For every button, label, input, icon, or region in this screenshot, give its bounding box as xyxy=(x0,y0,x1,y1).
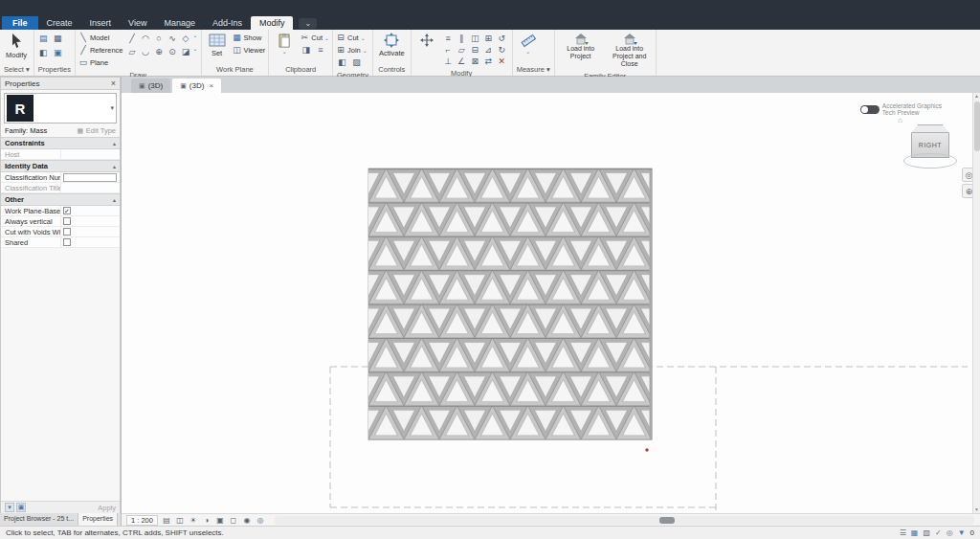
scroll-down-icon[interactable]: ▼ xyxy=(974,506,979,513)
measure-angle-icon[interactable]: ⇄ xyxy=(482,55,495,67)
model-view[interactable] xyxy=(122,93,972,513)
tab-file[interactable]: File xyxy=(2,16,38,30)
delete-icon[interactable]: ✕ xyxy=(496,55,508,67)
draw-arc-icon[interactable]: ◠ xyxy=(140,32,152,44)
draw-spline-icon[interactable]: ∿ xyxy=(167,32,179,44)
properties-help-icon[interactable]: ▾ xyxy=(5,503,14,512)
tab-create[interactable]: Create xyxy=(38,16,81,30)
panel-label-work-plane[interactable]: Work Plane xyxy=(202,64,269,76)
load-into-project-and-close-button[interactable]: Load into Project and Close xyxy=(607,32,653,69)
group-identity-data[interactable]: Identity Data▴ xyxy=(1,160,120,172)
cut-geometry-button[interactable]: ⊟Cut⌄ xyxy=(336,32,368,43)
reveal-hidden-icon[interactable]: ◎ xyxy=(255,515,266,526)
tab-add-ins[interactable]: Add-Ins xyxy=(204,16,251,30)
checkbox-shared[interactable] xyxy=(63,238,71,246)
filter-icon[interactable]: ▼ xyxy=(958,528,966,537)
temporary-hide-icon[interactable]: ◉ xyxy=(241,515,253,526)
reference-point[interactable] xyxy=(645,448,648,451)
editable-only-icon[interactable]: ✓ xyxy=(935,528,942,537)
accelerated-graphics-toggle[interactable] xyxy=(860,105,880,114)
visual-style-icon[interactable]: ◫ xyxy=(174,515,186,526)
draw-mode-model[interactable]: ╲Model xyxy=(78,32,123,43)
panel-label-clipboard[interactable]: Clipboard xyxy=(269,64,332,76)
pin-icon[interactable]: ⊥ xyxy=(442,55,455,67)
type-selector[interactable]: R ▾ xyxy=(4,93,117,124)
draw-mode-plane[interactable]: ▭Plane xyxy=(78,56,123,68)
panel-label-select[interactable]: Select ▾ xyxy=(0,64,33,76)
checkbox-cut-with-voids[interactable] xyxy=(63,228,71,236)
edit-type-button[interactable]: ▦Edit Type xyxy=(77,126,116,135)
draw-pick-line-icon[interactable]: ⊙ xyxy=(167,45,179,57)
paint-icon[interactable]: ◧ xyxy=(336,56,348,69)
shadows-icon[interactable]: ◑ xyxy=(201,515,212,526)
tab-project-browser[interactable]: Project Browser - 25 t... xyxy=(0,513,78,526)
viewcube-top-face[interactable] xyxy=(911,124,949,133)
join-geometry-button[interactable]: ⊞Join⌄ xyxy=(336,44,368,56)
view-tab-3d-inactive[interactable]: ▣ (3D) xyxy=(131,79,170,93)
associate-parameter-icon[interactable]: ▣ xyxy=(16,503,26,512)
draw-polygon-icon[interactable]: ◇ xyxy=(180,32,192,44)
demolish-icon[interactable]: ▨ xyxy=(350,56,363,69)
group-constraints[interactable]: Constraints▴ xyxy=(1,137,120,149)
apply-button[interactable]: Apply xyxy=(98,504,116,512)
drawing-area[interactable]: Accelerated Graphics Tech Preview ⌂ RIGH… xyxy=(122,93,980,513)
family-types-icon[interactable]: ▦ xyxy=(52,32,64,44)
draw-line-icon[interactable]: ╱ xyxy=(126,32,139,44)
cut-button[interactable]: ✂Cut⌄ xyxy=(300,32,329,43)
properties-palette-icon[interactable]: ▤ xyxy=(37,32,50,44)
type-properties-icon[interactable]: ▣ xyxy=(52,46,64,58)
tab-manage[interactable]: Manage xyxy=(155,16,204,30)
unpin-icon[interactable]: ∠ xyxy=(456,55,468,67)
viewer-button[interactable]: ◫Viewer xyxy=(233,44,266,56)
vertical-scroll-thumb[interactable] xyxy=(974,101,980,151)
draw-row2-dropdown-icon[interactable]: ⌄ xyxy=(193,45,198,57)
view-tab-3d-active[interactable]: ▣ (3D) × xyxy=(172,79,221,93)
draw-ellipse-arc-icon[interactable]: ◡ xyxy=(140,45,152,57)
scale-selector[interactable]: 1 : 200 xyxy=(126,515,158,526)
draw-rectangle-icon[interactable]: ▱ xyxy=(126,45,139,57)
crop-view-icon[interactable]: ▣ xyxy=(214,515,226,526)
draw-mode-reference[interactable]: ╱Reference xyxy=(78,44,123,56)
tab-view[interactable]: View xyxy=(120,16,155,30)
panel-label-controls[interactable]: Controls xyxy=(373,64,411,76)
draw-row1-dropdown-icon[interactable]: ⌄ xyxy=(193,32,198,44)
viewcube-home-icon[interactable]: ⌂ xyxy=(898,116,959,124)
checkbox-work-plane-based[interactable]: ✓ xyxy=(63,207,71,214)
worksets-icon[interactable]: ▦ xyxy=(911,528,919,537)
ribbon-collapse-chevron-icon[interactable]: ⌄ xyxy=(299,18,317,29)
measure-button[interactable]: ⌄ xyxy=(516,32,541,56)
checkbox-always-vertical[interactable] xyxy=(63,217,71,225)
properties-close-icon[interactable]: × xyxy=(111,79,116,88)
modify-tool-button[interactable]: Modify xyxy=(3,32,30,60)
set-work-plane-button[interactable]: Set xyxy=(205,32,230,58)
draw-circle-icon[interactable]: ○ xyxy=(153,32,166,44)
horizontal-scroll-thumb[interactable] xyxy=(659,517,675,524)
join-cut-icon[interactable]: ⊠ xyxy=(469,55,481,67)
group-other[interactable]: Other▴ xyxy=(1,193,120,206)
detail-level-icon[interactable]: ▤ xyxy=(161,515,172,526)
sun-path-icon[interactable]: ☀ xyxy=(188,515,199,526)
tab-modify[interactable]: Modify xyxy=(251,16,294,30)
panel-label-properties[interactable]: Properties xyxy=(34,64,75,76)
show-work-plane-button[interactable]: ▦Show xyxy=(233,32,266,43)
view-tab-close-icon[interactable]: × xyxy=(209,81,213,90)
viewcube[interactable]: ⌂ RIGHT xyxy=(902,116,959,168)
tab-insert[interactable]: Insert xyxy=(81,16,121,30)
lattice-panel-geometry[interactable] xyxy=(368,168,653,439)
family-category-icon[interactable]: ◧ xyxy=(37,46,50,58)
drag-select-icon[interactable]: ◎ xyxy=(947,528,953,537)
vertical-scrollbar[interactable]: ▲ ▼ xyxy=(972,93,980,513)
horizontal-scrollbar[interactable] xyxy=(275,516,974,525)
load-into-project-button[interactable]: Load into Project xyxy=(558,32,604,61)
scroll-up-icon[interactable]: ▲ xyxy=(974,93,979,100)
worksharing-icon[interactable]: ☰ xyxy=(900,528,906,537)
activate-controls-button[interactable]: Activate xyxy=(376,32,408,58)
copy-to-clipboard-icon[interactable]: ◨ xyxy=(300,44,312,56)
design-options-icon[interactable]: ▧ xyxy=(923,528,930,537)
move-button[interactable] xyxy=(414,32,439,49)
type-selector-dropdown-icon[interactable]: ▾ xyxy=(110,104,114,112)
crop-visibility-icon[interactable]: ◻ xyxy=(228,515,239,526)
match-type-icon[interactable]: ≡ xyxy=(314,44,326,56)
tab-properties[interactable]: Properties xyxy=(78,513,118,526)
classification-number-input[interactable] xyxy=(63,173,117,182)
